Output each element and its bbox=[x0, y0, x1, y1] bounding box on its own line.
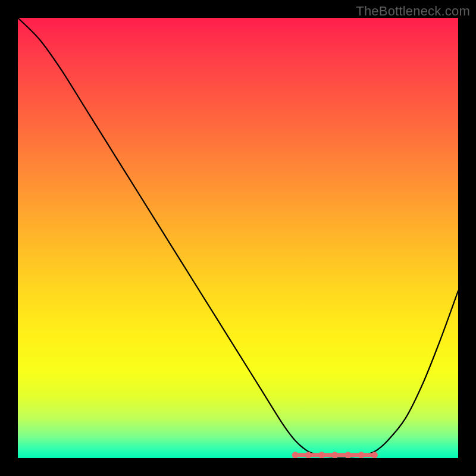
marker-dot bbox=[305, 452, 312, 458]
marker-dot bbox=[345, 452, 352, 458]
bottleneck-curve bbox=[18, 18, 458, 457]
chart-frame: TheBottleneck.com bbox=[0, 0, 476, 476]
marker-band bbox=[292, 452, 378, 458]
plot-area bbox=[18, 18, 458, 458]
marker-dot bbox=[358, 452, 365, 458]
curve-layer bbox=[18, 18, 458, 458]
plot-shell bbox=[18, 18, 458, 458]
marker-dot bbox=[371, 452, 378, 458]
marker-dot bbox=[292, 452, 299, 458]
watermark-text: TheBottleneck.com bbox=[356, 4, 470, 19]
marker-dot bbox=[318, 452, 325, 458]
marker-dot bbox=[331, 452, 338, 458]
